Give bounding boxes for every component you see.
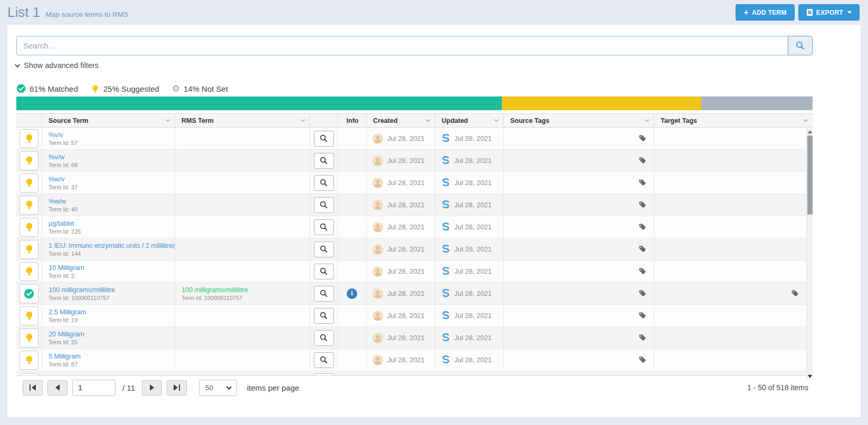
search-button[interactable]	[788, 36, 813, 55]
source-term-link[interactable]: µg/tablet	[49, 219, 74, 227]
info-icon[interactable]: i	[347, 288, 357, 299]
lookup-button[interactable]	[314, 153, 334, 169]
tag-icon[interactable]	[638, 289, 646, 297]
chevron-down-icon	[226, 384, 232, 390]
source-term-id: Term Id: 20	[49, 339, 78, 345]
lookup-button[interactable]	[314, 219, 334, 235]
lookup-button[interactable]	[314, 175, 334, 191]
sort-chevron-icon[interactable]	[494, 118, 499, 122]
info-cell	[338, 128, 367, 149]
status-button[interactable]	[20, 373, 39, 375]
source-term-id: Term Id: 37	[49, 184, 78, 190]
sync-icon	[441, 156, 451, 166]
source-term-link[interactable]: 5 Milligram	[49, 352, 81, 360]
search-input[interactable]	[16, 36, 788, 55]
next-page-button[interactable]	[142, 380, 162, 395]
scroll-up-icon[interactable]	[808, 130, 812, 133]
previous-page-button[interactable]	[47, 380, 68, 395]
status-cell	[16, 305, 42, 326]
target-tags-cell	[654, 128, 806, 149]
lookup-button[interactable]	[314, 264, 334, 279]
lookup-button[interactable]	[314, 286, 334, 302]
source-term-id: Term Id: 40	[49, 206, 78, 213]
status-button[interactable]	[20, 351, 39, 370]
source-term-link[interactable]: %w/v	[49, 175, 64, 183]
lookup-button[interactable]	[314, 330, 334, 346]
column-header-source-tags[interactable]: Source Tags	[504, 114, 654, 127]
tag-icon[interactable]	[638, 334, 646, 342]
lookup-button[interactable]	[314, 308, 334, 324]
scrollbar-thumb[interactable]	[807, 136, 813, 215]
tag-icon[interactable]	[638, 134, 646, 142]
lookup-button[interactable]	[314, 197, 334, 213]
updated-cell: Jul 28, 2021	[435, 238, 504, 260]
status-button[interactable]	[20, 129, 39, 148]
partial-next-row	[16, 371, 806, 375]
target-tags-cell	[654, 305, 806, 326]
tag-icon[interactable]	[638, 201, 646, 209]
page-size-select[interactable]: 50	[199, 380, 237, 396]
sort-chevron-icon[interactable]	[426, 118, 430, 122]
tag-icon[interactable]	[638, 245, 646, 253]
lookup-cell	[310, 283, 338, 304]
source-term-link[interactable]: 100 milligrams/millilitre	[49, 286, 115, 294]
source-term-link[interactable]: %v/v	[49, 131, 63, 139]
sort-chevron-icon[interactable]	[301, 118, 305, 122]
status-button[interactable]	[20, 284, 39, 303]
source-term-link[interactable]: 1 IEU: immuno enzymatic units / 2 millil…	[49, 242, 175, 249]
status-button[interactable]	[20, 262, 39, 281]
lookup-button[interactable]	[314, 373, 334, 375]
source-term-link[interactable]: 2.5 Milligram	[49, 308, 86, 316]
table-row: 1 IEU: immuno enzymatic units / 2 millil…	[16, 238, 806, 260]
status-button[interactable]	[20, 151, 39, 170]
column-header-updated[interactable]: Updated	[435, 114, 504, 127]
lookup-button[interactable]	[314, 352, 334, 368]
status-button[interactable]	[20, 329, 39, 347]
tag-icon[interactable]	[638, 223, 646, 231]
status-button[interactable]	[20, 196, 39, 215]
source-term-link[interactable]: 20 Milligram	[49, 330, 84, 338]
sort-chevron-icon[interactable]	[645, 118, 649, 122]
column-header-target-tags[interactable]: Target Tags	[654, 114, 813, 127]
status-legend: 61% Matched 25% Suggested ⚙ 14% Not Set	[16, 84, 813, 93]
last-page-button[interactable]	[167, 380, 187, 395]
source-term-link[interactable]: %w/w	[49, 197, 66, 205]
status-button[interactable]	[20, 240, 39, 259]
source-term-link[interactable]: %v/w	[49, 153, 64, 161]
status-button[interactable]	[20, 173, 39, 192]
lookup-button[interactable]	[314, 242, 334, 257]
tag-icon[interactable]	[638, 157, 646, 165]
tag-icon[interactable]	[791, 289, 799, 297]
status-button[interactable]	[20, 218, 39, 237]
status-button[interactable]	[20, 306, 39, 325]
source-term-link[interactable]: 10 Milligram	[49, 264, 84, 272]
target-tags-cell	[654, 238, 806, 260]
show-advanced-filters-toggle[interactable]: Show advanced filters	[16, 61, 99, 70]
table-row: 2.5 Milligram Term Id: 19 Jul 28, 2021 J…	[16, 305, 806, 327]
column-header-created[interactable]: Created	[367, 114, 435, 127]
updated-date: Jul 28, 2021	[454, 267, 492, 275]
tag-icon[interactable]	[638, 356, 646, 364]
rms-term-link[interactable]: 100 milligrams/millilitre	[182, 286, 248, 294]
column-header-source-term[interactable]: Source Term	[42, 114, 175, 127]
updated-cell: Jul 28, 2021	[435, 216, 504, 238]
triangle-left-icon	[55, 384, 60, 391]
source-tags-cell	[504, 216, 654, 238]
tag-icon[interactable]	[638, 179, 646, 187]
source-tags-cell	[504, 305, 654, 326]
updated-cell: Jul 28, 2021	[435, 194, 504, 216]
table-scrollbar[interactable]	[806, 128, 813, 380]
add-term-button[interactable]: + ADD TERM	[736, 4, 794, 21]
first-page-button[interactable]	[23, 380, 43, 395]
tag-icon[interactable]	[638, 312, 646, 320]
lookup-button[interactable]	[314, 131, 334, 147]
source-term-cell: µg/tablet Term Id: 226	[42, 216, 175, 238]
page-number-input[interactable]	[72, 380, 116, 396]
tag-icon[interactable]	[638, 267, 646, 275]
export-button[interactable]: EXPORT	[798, 4, 860, 21]
magnifier-icon	[319, 156, 328, 165]
column-header-rms-term[interactable]: RMS Term	[175, 114, 310, 127]
scroll-down-icon[interactable]	[808, 375, 812, 378]
sort-chevron-icon[interactable]	[166, 118, 170, 122]
sort-chevron-icon[interactable]	[804, 118, 808, 122]
